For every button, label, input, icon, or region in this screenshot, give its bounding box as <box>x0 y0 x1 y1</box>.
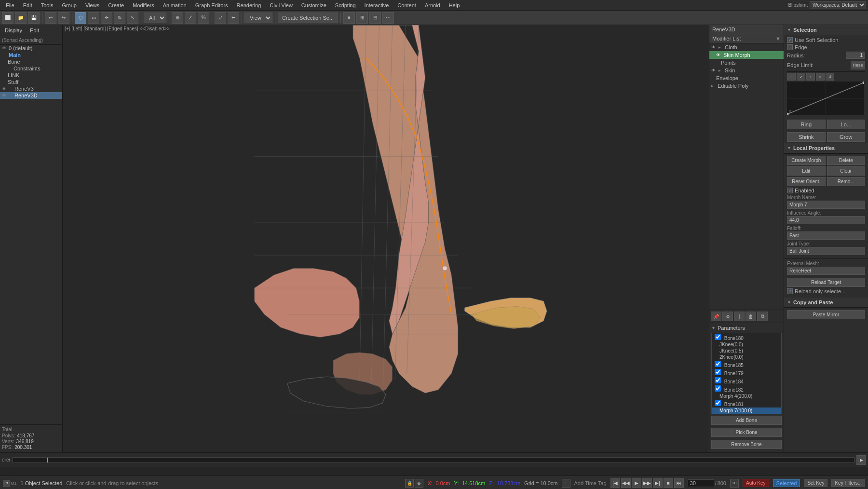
edge-checkbox[interactable] <box>787 44 793 50</box>
soft-selection-checkbox[interactable]: ✓ <box>787 37 793 43</box>
mod-envelope[interactable]: Envelope <box>709 74 784 82</box>
step-input[interactable]: 30 <box>730 479 739 488</box>
bone-item[interactable]: Bone181 <box>712 399 781 408</box>
toolbar-percent-snap[interactable]: % <box>198 12 209 24</box>
toolbar-rotate[interactable]: ↻ <box>114 12 125 24</box>
stop-btn[interactable]: ■ <box>664 478 673 488</box>
bone-checkbox[interactable] <box>715 400 721 406</box>
bone-checkbox[interactable] <box>715 385 721 392</box>
menu-help[interactable]: Help <box>445 1 464 9</box>
local-props-header[interactable]: ▼ Local Properties <box>784 143 868 153</box>
toolbar-select[interactable]: ⬡ <box>75 12 86 24</box>
toolbar-save[interactable]: 💾 <box>28 12 40 24</box>
bone-item[interactable]: Bone179 <box>712 368 781 377</box>
mod-skin[interactable]: 👁 ▸ Skin <box>709 67 784 74</box>
mod-copy-btn[interactable]: ⧉ <box>757 312 768 321</box>
ring-button[interactable]: Ring <box>787 120 826 129</box>
next-key-btn[interactable]: ▶| <box>653 478 663 488</box>
toolbar-more[interactable]: ⋯ <box>382 12 394 24</box>
paste-mirror-button[interactable]: Paste Mirror <box>787 310 865 319</box>
bone-checkbox[interactable] <box>715 361 721 367</box>
tree-stuff[interactable]: Stuff <box>0 79 62 85</box>
bone-checkbox[interactable] <box>715 369 721 375</box>
toolbar-edit-named[interactable]: ⊞ <box>356 12 368 24</box>
prev-frame-btn[interactable]: ◀◀ <box>621 478 631 488</box>
bone-item[interactable]: JKnee(0.0) <box>712 341 781 348</box>
viewport[interactable]: [+] [Left] [Standard] [Edged Faces] <<Di… <box>63 25 709 452</box>
toolbar-new[interactable]: ⬜ <box>2 12 14 24</box>
toolbar-align[interactable]: ⊢ <box>228 12 239 24</box>
reset-button[interactable]: Rese <box>851 61 865 69</box>
tree-default[interactable]: 👁 0 (default) <box>0 45 62 52</box>
reset-orient-button[interactable]: Reset Orient. <box>787 177 826 186</box>
bone-morph7-item[interactable]: Morph 7(100.0) Morph 7(100.0) <box>712 408 781 414</box>
tree-renev3[interactable]: 👁 ReneV3 <box>0 85 62 92</box>
influence-angle-input[interactable] <box>787 216 865 224</box>
menu-scripting[interactable]: Scripting <box>331 1 360 9</box>
toolbar-open[interactable]: 📁 <box>15 12 27 24</box>
tab-edit[interactable]: Edit <box>27 27 42 34</box>
graph-add-btn[interactable]: + <box>806 73 815 81</box>
ext-mesh-input[interactable] <box>787 267 865 275</box>
shrink-button[interactable]: Shrink <box>787 132 826 142</box>
toolbar-undo[interactable]: ↩ <box>45 12 56 24</box>
tree-renev3d[interactable]: 👁 ReneV3D <box>0 92 62 99</box>
morph-name-input[interactable] <box>787 201 865 209</box>
prev-key-btn[interactable]: |◀ <box>610 478 620 488</box>
toolbar-snap[interactable]: ⊕ <box>172 12 183 24</box>
toolbar-scale[interactable]: ⤡ <box>127 12 138 24</box>
grow-button[interactable]: Grow <box>827 132 866 142</box>
toolbar-move[interactable]: ✛ <box>101 12 112 24</box>
remove-bone-button[interactable]: Remove Bone <box>711 440 782 449</box>
menu-customize[interactable]: Customize <box>298 1 330 9</box>
reload-only-checkbox[interactable]: ✓ <box>787 288 793 294</box>
auto-key-button[interactable]: Auto Key <box>743 479 769 487</box>
bone-checkbox[interactable] <box>715 334 721 340</box>
menu-file[interactable]: File <box>2 1 18 9</box>
bone-item[interactable]: Bone184 <box>712 377 781 385</box>
mod-skin-morph[interactable]: 👁 Skin Morph <box>709 51 784 59</box>
mod-pipe-btn[interactable]: | <box>734 312 745 321</box>
joint-type-input[interactable] <box>787 247 865 255</box>
mod-cloth[interactable]: 👁 ▸ Cloth <box>709 43 784 51</box>
menu-graph-editors[interactable]: Graph Editors <box>191 1 232 9</box>
add-bone-button[interactable]: Add Bone <box>711 416 782 425</box>
add-time-tag-btn[interactable]: + <box>562 479 570 488</box>
toolbar-select-region[interactable]: ▭ <box>88 12 99 24</box>
view-dropdown[interactable]: View <box>244 13 272 23</box>
bone-item[interactable]: Bone182 <box>712 385 781 393</box>
toolbar-angle-snap[interactable]: ∠ <box>185 12 196 24</box>
tree-bone[interactable]: Bone <box>0 58 62 65</box>
set-key-button[interactable]: Set Key <box>804 479 827 487</box>
menu-animation[interactable]: Animation <box>159 1 190 9</box>
menu-arnold[interactable]: Arnold <box>421 1 444 9</box>
frame-input[interactable] <box>688 479 714 487</box>
snap-toggle[interactable]: Pt <box>3 480 10 487</box>
menu-rendering[interactable]: Rendering <box>233 1 265 9</box>
menu-civil-view[interactable]: Civil View <box>266 1 296 9</box>
copy-paste-header[interactable]: ▼ Copy and Paste <box>784 298 868 308</box>
radius-input[interactable] <box>846 52 865 59</box>
tree-link[interactable]: LINK <box>0 72 62 79</box>
menu-interactive[interactable]: Interactive <box>361 1 393 9</box>
delete-button[interactable]: Delete <box>827 156 866 165</box>
bone-item[interactable]: Morph 4(100.0) <box>712 393 781 399</box>
menu-tools[interactable]: Tools <box>37 1 57 9</box>
remove-button[interactable]: Remo... <box>827 177 866 186</box>
loop-button[interactable]: Lo... <box>827 120 866 129</box>
next-frame-btn[interactable]: ▶▶ <box>642 478 652 488</box>
timeline-bar[interactable] <box>13 457 854 463</box>
selection-section-header[interactable]: ▼ Selection <box>784 25 868 35</box>
expand-timeline-btn[interactable]: ▶ <box>856 455 866 465</box>
tree-main[interactable]: Main <box>0 52 62 58</box>
bone-item[interactable]: 2Knee(0.0) <box>712 354 781 360</box>
menu-create[interactable]: Create <box>104 1 128 9</box>
key-filters-button[interactable]: Key Filters... <box>831 479 865 487</box>
mod-delete-btn[interactable]: 🗑 <box>746 312 756 321</box>
mod-config-btn[interactable]: ⚙ <box>722 312 733 321</box>
graph-move-btn[interactable]: ↔ <box>787 73 796 81</box>
create-selection-button[interactable]: Create Selection Se... <box>278 13 338 23</box>
create-morph-button[interactable]: Create Morph <box>787 156 826 165</box>
toolbar-redo[interactable]: ↪ <box>58 12 69 24</box>
menu-edit[interactable]: Edit <box>19 1 36 9</box>
